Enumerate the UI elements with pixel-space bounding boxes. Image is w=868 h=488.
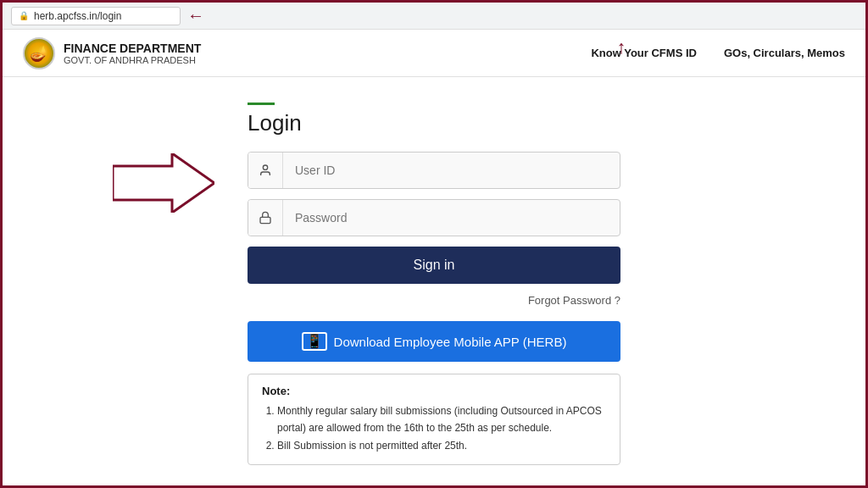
login-box: Login Sign in — [248, 94, 620, 474]
up-arrow-annotation: ↑ — [616, 38, 626, 57]
url-bar[interactable]: 🔒 herb.apcfss.in/login — [11, 7, 181, 25]
login-title: Login — [248, 110, 620, 136]
user-icon — [248, 152, 283, 188]
org-subtitle: GOVT. OF ANDHRA PRADESH — [64, 55, 201, 65]
note-title: Note: — [262, 385, 606, 397]
note-list: Monthly regular salary bill submissions … — [262, 402, 606, 454]
url-arrow-annotation: ← — [187, 6, 204, 25]
login-title-bar — [248, 103, 275, 105]
main-content: Login Sign in — [3, 77, 865, 488]
login-title-wrap: Login — [248, 103, 620, 136]
know-cfms-link[interactable]: Know Your CFMS ID — [591, 47, 696, 59]
forgot-password-link[interactable]: Forgot Password ? — [528, 294, 620, 307]
download-label: Download Employee Mobile APP (HERB) — [334, 335, 567, 349]
org-title: FINANCE DEPARTMENT — [64, 42, 201, 55]
password-input[interactable] — [283, 202, 620, 233]
svg-rect-2 — [260, 217, 270, 223]
note-item-2: Bill Submission is not permitted after 2… — [277, 437, 606, 454]
svg-marker-0 — [113, 153, 214, 213]
signin-button[interactable]: Sign in — [248, 247, 620, 284]
password-input-group — [248, 199, 620, 236]
header-nav: ↑ Know Your CFMS ID GOs, Circulars, Memo… — [591, 47, 845, 59]
note-box: Note: Monthly regular salary bill submis… — [248, 374, 620, 465]
userid-input-group — [248, 152, 620, 189]
site-header: 🪔 FINANCE DEPARTMENT GOVT. OF ANDHRA PRA… — [3, 30, 865, 77]
gos-link[interactable]: GOs, Circulars, Memos — [724, 47, 845, 59]
phone-icon: 📱 — [302, 332, 327, 351]
userid-input[interactable] — [283, 155, 620, 186]
lock-icon — [248, 200, 283, 236]
note-item-1: Monthly regular salary bill submissions … — [277, 402, 606, 437]
org-name: FINANCE DEPARTMENT GOVT. OF ANDHRA PRADE… — [64, 42, 201, 65]
browser-bar: 🔒 herb.apcfss.in/login ← — [3, 3, 865, 30]
org-logo: 🪔 — [23, 37, 55, 69]
forgot-password-wrap: Forgot Password ? — [248, 292, 620, 308]
logo-area: 🪔 FINANCE DEPARTMENT GOVT. OF ANDHRA PRA… — [23, 37, 201, 69]
right-arrow-annotation — [113, 153, 214, 213]
svg-point-1 — [263, 165, 267, 169]
url-text: herb.apcfss.in/login — [34, 10, 121, 22]
download-app-button[interactable]: 📱 Download Employee Mobile APP (HERB) — [248, 321, 620, 362]
lock-icon: 🔒 — [19, 11, 29, 20]
